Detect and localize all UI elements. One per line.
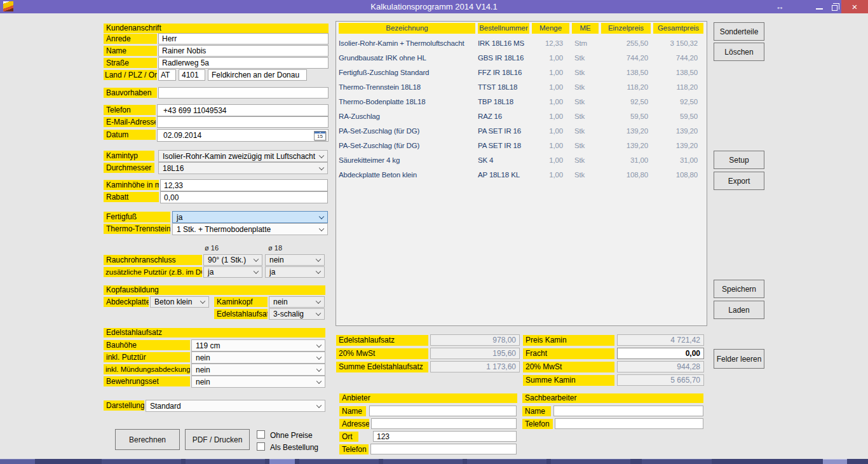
- taskbar-button[interactable]: [383, 459, 463, 464]
- anbieter-name-input[interactable]: [369, 406, 517, 416]
- chevron-down-icon: [316, 257, 321, 262]
- bauhoehe-select[interactable]: 119 cm: [191, 339, 325, 351]
- putztuer-18-select[interactable]: ja: [265, 266, 325, 278]
- felder-leeren-button[interactable]: Felder leeren: [714, 349, 764, 369]
- durchmesser-select[interactable]: 18L16: [158, 162, 328, 174]
- anbieter-adresse-label: Adresse: [339, 419, 369, 429]
- putztuer-16-select[interactable]: ja: [203, 266, 262, 278]
- loeschen-button[interactable]: Löschen: [714, 43, 764, 61]
- table-cell: 255,50: [601, 39, 651, 47]
- close-button[interactable]: ×: [841, 0, 868, 13]
- taskbar-button[interactable]: [102, 459, 181, 464]
- thermo-trennsteine-select[interactable]: 1 Stk. + Thermobodenplatte: [172, 223, 328, 235]
- anbieter-adresse-input[interactable]: [371, 418, 517, 429]
- inkl-putztuer-label: inkl. Putztür: [104, 352, 190, 362]
- plz-input[interactable]: [179, 69, 205, 81]
- taskbar-button[interactable]: [269, 459, 295, 464]
- land-input[interactable]: [158, 69, 176, 81]
- calendar-picker-button[interactable]: 15: [314, 131, 326, 140]
- table-row[interactable]: Fertigfuß-Zuschlag StandardFFZ IR 18L161…: [339, 65, 707, 79]
- strasse-input[interactable]: [158, 57, 329, 69]
- taskbar-button[interactable]: [551, 459, 630, 464]
- muendungsabdeckung-select[interactable]: nein: [191, 364, 325, 376]
- table-cell: Stk: [572, 156, 599, 164]
- inkl-putztuer-value: nein: [196, 353, 210, 362]
- table-row[interactable]: Säurekitteimer 4 kgSK 41,00Stk31,0031,00: [339, 153, 707, 167]
- taskbar-start-button[interactable]: [0, 459, 35, 464]
- anbieter-telefon-input[interactable]: [370, 444, 517, 454]
- table-row[interactable]: Thermo-Trennstein 18L18TTST 18L181,00Stk…: [339, 79, 707, 94]
- table-row[interactable]: PA-Set-Zuschlag (für DG)PA SET IR 181,00…: [339, 138, 707, 153]
- calendar-day: 15: [315, 133, 325, 140]
- table-cell: Stk: [572, 98, 599, 106]
- fertigfuss-select[interactable]: ja: [172, 211, 328, 223]
- sonderteile-button[interactable]: Sonderteile: [714, 22, 764, 41]
- table-cell: PA-Set-Zuschlag (für DG): [339, 142, 475, 149]
- taskbar-button[interactable]: [186, 459, 265, 464]
- email-input[interactable]: [157, 116, 329, 128]
- kopf-edelstahlaufsatz-select[interactable]: 3-schalig: [269, 308, 325, 320]
- taskbar-button[interactable]: [299, 459, 379, 464]
- restore-button[interactable]: [827, 0, 841, 13]
- kaminkopf-select[interactable]: nein: [269, 296, 325, 308]
- darstellung-value: Standard: [150, 402, 181, 411]
- bewehrungsset-select[interactable]: nein: [191, 376, 325, 388]
- abdeckplatte-select[interactable]: Beton klein: [150, 296, 209, 308]
- table-cell: 1,00: [532, 83, 569, 91]
- minimize-button[interactable]: [811, 0, 827, 13]
- ohne-preise-checkbox[interactable]: [257, 430, 265, 439]
- darstellung-select[interactable]: Standard: [146, 400, 325, 412]
- export-button[interactable]: Export: [714, 172, 764, 190]
- datum-input[interactable]: [157, 129, 329, 142]
- chevron-down-icon: [319, 214, 324, 219]
- table-row[interactable]: RA-ZuschlagRAZ 161,00Stk59,5059,50: [339, 109, 707, 123]
- inkl-putztuer-select[interactable]: nein: [191, 351, 325, 364]
- table-row[interactable]: Isolier-Rohr-Kamin + ThermoluftschachtIR…: [339, 36, 707, 50]
- strasse-label: Straße: [104, 58, 157, 68]
- table-cell: 12,33: [532, 39, 569, 47]
- table-row[interactable]: Abdeckplatte Beton kleinAP 18L18 KL1,00S…: [339, 167, 707, 182]
- fracht-input[interactable]: [617, 348, 704, 359]
- setup-button[interactable]: Setup: [714, 151, 764, 169]
- table-cell: PA-Set-Zuschlag (für DG): [339, 127, 475, 135]
- summary-mwst-kamin-label: 20% MwSt: [523, 362, 614, 372]
- table-cell: 31,00: [601, 156, 651, 164]
- ort-input[interactable]: [208, 69, 307, 81]
- berechnen-button[interactable]: Berechnen: [115, 429, 180, 450]
- table-cell: Stk: [572, 127, 599, 135]
- laden-button[interactable]: Laden: [714, 301, 764, 319]
- kopf-edelstahlaufsatz-label: Edelstahlaufsatz: [214, 309, 268, 319]
- chevron-down-icon: [254, 257, 259, 262]
- table-cell: 1,00: [532, 156, 569, 164]
- window-title: Kalkulationsprogramm 2014 V14.1: [0, 0, 868, 13]
- rabatt-input[interactable]: [160, 191, 328, 203]
- telefon-input[interactable]: [157, 104, 329, 116]
- taskbar-button[interactable]: [642, 459, 712, 464]
- table-row[interactable]: Grundbausatz IRK ohne HLGBS IR 18L161,00…: [339, 50, 707, 65]
- name-label: Name: [104, 46, 157, 56]
- bauvorhaben-input[interactable]: [158, 87, 329, 99]
- name-input[interactable]: [158, 45, 329, 57]
- table-row[interactable]: Thermo-Bodenplatte 18L18TBP 18L181,00Stk…: [339, 94, 707, 109]
- pdf-drucken-button[interactable]: PDF / Drucken: [185, 429, 250, 450]
- summe-kamin-value: 5 665,70: [617, 374, 704, 386]
- kamintyp-value: Isolier-Rohr-Kamin zweizügig mit Luftsch…: [163, 152, 315, 161]
- anbieter-ort-input[interactable]: [373, 431, 517, 442]
- als-bestellung-checkbox[interactable]: [257, 442, 265, 451]
- chevron-down-icon: [319, 165, 324, 170]
- speichern-button[interactable]: Speichern: [714, 280, 764, 298]
- table-row[interactable]: PA-Set-Zuschlag (für DG)PA SET IR 161,00…: [339, 123, 707, 138]
- sachbearbeiter-name-input[interactable]: [553, 406, 703, 416]
- taskbar-button[interactable]: [823, 459, 847, 464]
- table-cell: Stk: [572, 113, 599, 120]
- table-cell: Abdeckplatte Beton klein: [339, 171, 475, 179]
- anrede-input[interactable]: [158, 33, 329, 44]
- table-cell: 139,20: [601, 127, 651, 135]
- email-label: E-Mail-Adresse: [104, 117, 156, 127]
- rauchrohranschluss-18-select[interactable]: nein: [265, 254, 325, 266]
- sachbearbeiter-telefon-input[interactable]: [555, 418, 703, 429]
- kamintyp-select[interactable]: Isolier-Rohr-Kamin zweizügig mit Luftsch…: [158, 150, 328, 162]
- kaminhoehe-input[interactable]: [160, 179, 328, 191]
- rauchrohranschluss-16-select[interactable]: 90° (1 Stk.): [203, 254, 262, 266]
- taskbar-button[interactable]: [467, 459, 546, 464]
